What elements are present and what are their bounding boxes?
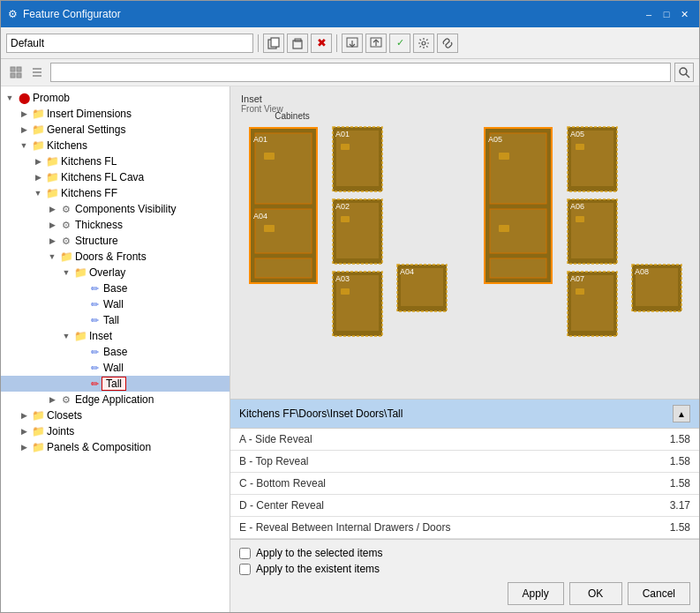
svg-rect-36 [341,288,350,295]
property-value[interactable]: 1.58 [628,473,699,495]
title-bar: ⚙ Feature Configurator – □ ✕ [1,1,699,27]
tree-item-overlay-base[interactable]: ▶ ✏ Base [1,280,230,296]
svg-rect-31 [336,203,379,258]
minimize-button[interactable]: – [641,6,657,22]
toolbar: ✖ ✓ [1,27,699,59]
expand-closets[interactable]: ▶ [17,408,31,422]
search-mode-btn-2[interactable] [27,63,47,82]
svg-rect-50 [576,144,584,150]
apply-existent-checkbox[interactable] [239,564,251,575]
main-window: ⚙ Feature Configurator – □ ✕ ✖ ✓ [0,0,700,613]
expand-edge-application[interactable]: ▶ [45,392,59,407]
search-input[interactable] [50,63,671,82]
svg-text:A04: A04 [400,267,414,276]
apply-button[interactable]: Apply [508,582,564,605]
tree-item-structure[interactable]: ▶ ⚙ Structure [1,233,230,249]
delete-config-button[interactable]: ✖ [311,34,332,53]
expand-kitchens-fl-cava[interactable]: ▶ [31,170,45,184]
ok-button[interactable]: OK [569,582,622,605]
expand-thickness[interactable]: ▶ [45,218,59,232]
expand-overlay[interactable]: ▼ [59,265,73,280]
tree-item-inset[interactable]: ▼ 📁 Inset [1,328,230,344]
collapse-properties-button[interactable]: ▲ [673,405,690,422]
property-value[interactable]: 1.58 [628,451,699,473]
svg-rect-46 [499,225,509,232]
tree-label-inset-tall: Tall [102,377,126,391]
cancel-button[interactable]: Cancel [628,582,690,605]
export-button[interactable] [365,34,387,53]
expand-structure[interactable]: ▶ [45,234,59,248]
tree-label-thickness: Thickness [73,219,123,231]
apply-existent-checkbox-row[interactable]: Apply to the existent items [239,563,690,575]
svg-rect-42 [490,133,546,204]
pencil-icon-inset-base: ✏ [87,345,102,359]
search-go-button[interactable] [674,63,694,82]
tree-item-joints[interactable]: ▶ 📁 Joints [1,423,230,439]
tree-item-overlay-tall[interactable]: ▶ ✏ Tall [1,312,230,328]
expand-kitchens-fl[interactable]: ▶ [31,154,45,168]
tree-label-general-settings: General Settings [45,123,125,136]
tree-item-doors-fronts[interactable]: ▼ 📁 Doors & Fronts [1,249,230,265]
expand-doors-fronts[interactable]: ▼ [45,250,59,264]
promob-icon: ⬤ [17,91,31,105]
pencil-icon-overlay-base: ✏ [87,281,102,295]
property-value[interactable]: 1.58 [628,517,699,539]
folder-icon-general: 📁 [31,123,45,137]
property-value[interactable]: 3.17 [628,495,699,517]
tree-item-thickness[interactable]: ▶ ⚙ Thickness [1,217,230,233]
folder-icon-kitchens-fl-cava: 📁 [45,170,59,184]
tree-item-panels-composition[interactable]: ▶ 📁 Panels & Composition [1,439,230,455]
cabinet-small-ao6: A06 [567,198,618,265]
tree-item-promob[interactable]: ▼ ⬤ Promob [1,90,230,106]
tree-label-closets: Closets [45,409,82,422]
tree-item-kitchens-fl-cava[interactable]: ▶ 📁 Kitchens FL Cava [1,169,230,185]
settings-button[interactable] [413,34,434,53]
expand-kitchens[interactable]: ▼ [17,138,31,153]
close-button[interactable]: ✕ [676,6,692,22]
validate-button[interactable]: ✓ [389,34,410,53]
preset-input[interactable] [6,34,253,53]
tree-item-general-settings[interactable]: ▶ 📁 General Settings [1,122,230,138]
expand-promob[interactable]: ▼ [3,91,17,105]
property-value[interactable]: 1.58 [628,429,699,451]
copy-config-button[interactable] [263,34,284,53]
svg-rect-45 [499,153,509,160]
tree-item-inset-base[interactable]: ▶ ✏ Base [1,344,230,360]
tree-label-insert-dimensions: Insert Dimensions [45,108,132,120]
import-button[interactable] [342,34,363,53]
svg-rect-49 [571,131,613,186]
link-button[interactable] [437,34,458,53]
expand-panels-composition[interactable]: ▶ [17,440,31,454]
tree-item-kitchens-ff[interactable]: ▼ 📁 Kitchens FF [1,185,230,201]
expand-insert-dimensions[interactable]: ▶ [17,107,31,121]
tree-item-overlay[interactable]: ▼ 📁 Overlay [1,265,230,280]
tree-label-overlay-wall: Wall [102,298,124,310]
tree-item-insert-dimensions[interactable]: ▶ 📁 Insert Dimensions [1,106,230,122]
toolbar-separator-1 [258,34,259,52]
folder-icon-inset: 📁 [73,329,87,343]
buttons-row: Apply OK Cancel [239,582,690,605]
expand-components-visibility[interactable]: ▶ [45,202,59,216]
paste-config-button[interactable] [287,34,308,53]
expand-general-settings[interactable]: ▶ [17,123,31,137]
maximize-button[interactable]: □ [659,6,674,22]
svg-text:A02: A02 [335,202,350,211]
tree-item-kitchens[interactable]: ▼ 📁 Kitchens [1,138,230,153]
checkboxes-section: Apply to the selected items Apply to the… [239,547,690,575]
tree-item-kitchens-fl[interactable]: ▶ 📁 Kitchens FL [1,153,230,169]
tree-item-closets[interactable]: ▶ 📁 Closets [1,407,230,423]
tree-item-edge-application[interactable]: ▶ ⚙ Edge Application [1,392,230,407]
search-mode-btn-1[interactable] [6,63,26,82]
svg-line-17 [686,74,689,78]
expand-kitchens-ff[interactable]: ▼ [31,186,45,200]
apply-selected-checkbox-row[interactable]: Apply to the selected items [239,547,690,559]
folder-icon-closets: 📁 [31,408,45,422]
expand-joints[interactable]: ▶ [17,424,31,438]
tree-item-inset-wall[interactable]: ▶ ✏ Wall [1,360,230,376]
apply-selected-checkbox[interactable] [239,548,251,559]
tree-item-inset-tall[interactable]: ▶ ✏ Tall [1,376,230,392]
tree-item-components-visibility[interactable]: ▶ ⚙ Components Visibility [1,201,230,217]
tree-item-overlay-wall[interactable]: ▶ ✏ Wall [1,296,230,312]
property-row: D - Center Reveal3.17 [230,495,699,517]
expand-inset[interactable]: ▼ [59,329,73,343]
